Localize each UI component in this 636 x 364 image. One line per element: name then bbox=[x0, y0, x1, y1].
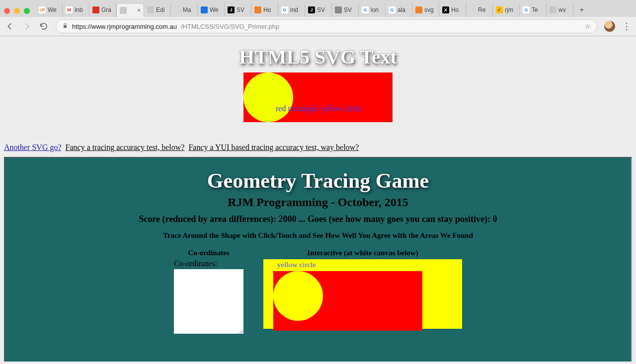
tab-favicon: J bbox=[228, 6, 235, 13]
reload-button[interactable] bbox=[39, 21, 49, 31]
tab-favicon: G bbox=[389, 6, 396, 13]
links-row: Another SVG go? Fancy a tracing accuracy… bbox=[0, 142, 636, 155]
tab-favicon: ✓ bbox=[496, 6, 503, 13]
canvas-text: yellow circle bbox=[277, 261, 316, 269]
browser-tab[interactable]: × bbox=[116, 3, 144, 17]
tab-title: Ho bbox=[263, 6, 275, 13]
demo-svg: red rectangle, yellow circle bbox=[243, 73, 393, 122]
another-svg-link[interactable]: Another SVG go? bbox=[4, 143, 62, 151]
game-title: Geometry Tracing Game bbox=[5, 169, 631, 193]
game-table: Co-ordinates Interactive (at white canva… bbox=[164, 248, 472, 334]
tab-favicon bbox=[550, 6, 556, 13]
tab-title: lon bbox=[371, 6, 382, 13]
forward-button[interactable] bbox=[22, 21, 32, 31]
tab-favicon bbox=[120, 7, 127, 14]
tab-title: SV bbox=[237, 6, 248, 13]
coords-label: Co-ordinates: bbox=[174, 259, 243, 268]
tab-favicon bbox=[201, 6, 208, 13]
game-subtitle: RJM Programming - October, 2015 bbox=[5, 196, 631, 209]
tab-favicon bbox=[254, 6, 261, 13]
col-header-interactive: Interactive (at white canvas below) bbox=[253, 248, 472, 259]
browser-chrome: cPWeMInbGra×EdiMaWeJSVHoGindJSVSVGlonGal… bbox=[0, 0, 636, 36]
back-button[interactable] bbox=[5, 21, 15, 31]
tab-title: svg bbox=[424, 6, 436, 13]
menu-button[interactable]: ⋮ bbox=[622, 21, 631, 32]
tab-favicon bbox=[415, 6, 422, 13]
tab-title: Te bbox=[532, 6, 543, 13]
game-instruction: Trace Around the Shape with Click/Touch … bbox=[5, 231, 631, 240]
tab-title: Gra bbox=[101, 6, 113, 13]
close-icon[interactable]: × bbox=[137, 7, 141, 14]
tab-favicon: G bbox=[523, 6, 530, 13]
avatar[interactable] bbox=[604, 21, 615, 32]
browser-tab[interactable]: Re bbox=[466, 3, 493, 17]
tab-favicon: G bbox=[281, 6, 288, 13]
tracing-test-link[interactable]: Fancy a tracing accuracy test, below? bbox=[66, 143, 185, 151]
page-title: HTML5 SVG Text bbox=[239, 45, 397, 69]
browser-tab[interactable]: We bbox=[198, 3, 225, 17]
tab-favicon bbox=[174, 6, 181, 13]
browser-tab[interactable]: cPWe bbox=[36, 3, 63, 17]
tab-title: Re bbox=[478, 6, 489, 13]
tab-title: ind bbox=[290, 6, 302, 13]
lock-icon bbox=[62, 23, 68, 30]
tab-title: ala bbox=[398, 6, 409, 13]
tab-title: We bbox=[210, 6, 221, 13]
browser-tab[interactable]: Gala bbox=[386, 3, 412, 17]
browser-tab[interactable]: SV bbox=[332, 3, 359, 17]
browser-tab[interactable]: Glon bbox=[359, 3, 386, 17]
tab-favicon: G bbox=[362, 6, 369, 13]
address-bar[interactable]: https://www.rjmprogramming.com.au/HTMLCS… bbox=[56, 19, 597, 33]
page-viewport: HTML5 SVG Text red rectangle, yellow cir… bbox=[0, 36, 636, 362]
yui-tracing-test-link[interactable]: Fancy a YUI based tracing accuracy test,… bbox=[188, 143, 359, 151]
new-tab-button[interactable]: + bbox=[576, 4, 587, 15]
tab-title: SV bbox=[344, 6, 355, 13]
browser-tab[interactable]: wv bbox=[547, 3, 573, 17]
browser-tab[interactable]: Gra bbox=[89, 3, 116, 17]
bookmark-star-icon[interactable]: ☆ bbox=[585, 23, 591, 30]
url-host: https://www.rjmprogramming.com.au bbox=[72, 23, 177, 30]
col-header-coords: Co-ordinates bbox=[164, 248, 253, 259]
close-window-button[interactable] bbox=[4, 8, 10, 14]
tab-favicon: X bbox=[442, 6, 449, 13]
demo-svg-text: red rectangle, yellow circle bbox=[276, 104, 362, 113]
game-score-line: Score (reduced by area differences): 200… bbox=[5, 214, 631, 224]
tab-title: Ho bbox=[451, 6, 463, 13]
minimize-window-button[interactable] bbox=[14, 8, 20, 14]
coords-textarea[interactable] bbox=[174, 269, 243, 334]
demo-yellow-circle bbox=[243, 73, 293, 122]
tab-favicon bbox=[92, 6, 99, 13]
browser-tab[interactable]: ✓rjm bbox=[493, 3, 520, 17]
tab-title: Inb bbox=[75, 6, 86, 13]
browser-tab[interactable]: JSV bbox=[305, 3, 332, 17]
interactive-canvas[interactable]: yellow circle bbox=[263, 259, 462, 329]
tab-title: rjm bbox=[505, 6, 516, 13]
tab-title: Ma bbox=[183, 6, 194, 13]
browser-tab[interactable]: MInb bbox=[63, 3, 89, 17]
svg-demo: red rectangle, yellow circle bbox=[243, 73, 393, 122]
browser-tab[interactable]: Edi bbox=[144, 3, 171, 17]
browser-tab[interactable]: XHo bbox=[439, 3, 466, 17]
tab-favicon bbox=[335, 6, 342, 13]
window-controls bbox=[4, 8, 30, 17]
maximize-window-button[interactable] bbox=[24, 8, 30, 14]
tab-title: Edi bbox=[156, 6, 167, 13]
browser-tab[interactable]: Ho bbox=[251, 3, 278, 17]
canvas-yellow-circle bbox=[273, 271, 323, 321]
tab-title: SV bbox=[317, 6, 328, 13]
tab-favicon bbox=[469, 6, 476, 13]
browser-tab[interactable]: JSV bbox=[225, 3, 251, 17]
browser-tab[interactable]: GTe bbox=[520, 3, 547, 17]
tab-title: We bbox=[48, 6, 59, 13]
browser-tab[interactable]: Gind bbox=[278, 3, 305, 17]
url-path: /HTMLCSS/SVG/SVG_Primer.php bbox=[181, 23, 279, 30]
browser-tab[interactable]: svg bbox=[412, 3, 439, 17]
tab-favicon: J bbox=[308, 6, 315, 13]
game-frame: Geometry Tracing Game RJM Programming - … bbox=[4, 157, 632, 362]
tab-title: wv bbox=[558, 6, 570, 13]
browser-tab[interactable]: Ma bbox=[171, 3, 198, 17]
page-title-wrap: HTML5 SVG Text bbox=[0, 45, 636, 69]
tab-favicon bbox=[147, 6, 154, 13]
tab-favicon: M bbox=[66, 6, 73, 13]
toolbar: https://www.rjmprogramming.com.au/HTMLCS… bbox=[0, 17, 636, 36]
